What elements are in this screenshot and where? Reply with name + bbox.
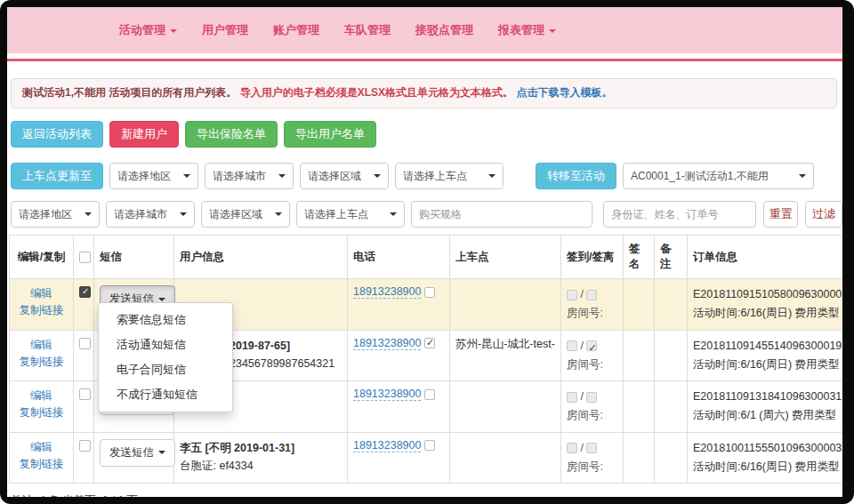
page: 活动管理 用户管理 账户管理 车队管理 接驳点管理 报表管理 测试活动1,不能用… [7,7,842,497]
pagination-summary: 总计: 4 条,当前页: 1 / 1 页 [11,493,842,497]
row-checkbox[interactable] [79,440,91,452]
filter-button[interactable]: 过滤 [805,201,842,228]
checkout-checkbox[interactable] [586,290,597,300]
header-edit-copy: 编辑/复制 [10,236,74,279]
remark-cell [655,279,688,331]
remark-cell [655,381,688,433]
copy-link[interactable]: 复制链接 [20,356,64,368]
select-all-checkbox[interactable] [79,252,91,263]
checkout-checkbox[interactable] [586,340,597,351]
new-user-button[interactable]: 新建用户 [109,121,179,148]
filter-pickup-select[interactable]: 请选择上车点 [296,201,405,228]
filter-region-select[interactable]: 请选择地区 [11,201,100,228]
download-template-link[interactable]: 点击下载导入模板。 [516,86,612,99]
checkout-checkbox[interactable] [586,392,597,403]
sms-menu-item-cancel-notice[interactable]: 不成行通知短信 [99,382,232,407]
order-number: E20181109145514096300019 [693,337,842,356]
checkin-checkbox[interactable] [567,290,577,300]
phone-link[interactable]: 18913238900 [353,337,421,350]
signature-cell [624,432,655,484]
checkin-checkbox[interactable] [567,340,577,351]
action-toolbar: 返回活动列表 新建用户 导出保险名单 导出用户名单 [11,121,842,148]
header-remark: 备注 [655,236,688,279]
room-number-label: 房间号: [567,458,617,476]
pickup-point-select[interactable]: 请选择上车点 [395,163,504,189]
checkin-checkbox[interactable] [567,392,577,403]
chevron-down-icon [488,174,495,178]
activity-select[interactable]: AC0001_1-测试活动1,不能用 [623,163,814,189]
nav-fleet-management[interactable]: 车队管理 [344,22,391,38]
reset-button[interactable]: 重置 [763,201,798,228]
transfer-to-activity-button[interactable]: 转移至活动 [536,163,616,189]
filter-city-select[interactable]: 请选择城市 [106,201,195,228]
edit-link[interactable]: 编辑 [30,389,52,402]
chevron-down-icon [170,29,177,33]
row-checkbox[interactable] [79,388,91,400]
row-checkbox[interactable] [79,338,91,349]
back-to-activity-list-button[interactable]: 返回活动列表 [11,121,103,148]
send-sms-dropdown-button[interactable]: 发送短信 [100,439,175,467]
phone-link[interactable]: 18913238900 [353,285,421,299]
sms-dropdown-menu: 索要信息短信 活动通知短信 电子合同短信 不成行通知短信 [98,302,233,412]
search-input[interactable] [603,201,756,228]
table-header-row: 编辑/复制 短信 用户信息 电话 上车点 签到/签离 签名 备注 订单信息 [10,236,843,279]
order-number: E20181109131841096300031 [693,388,842,406]
copy-link[interactable]: 复制链接 [20,304,64,316]
purchase-spec-input[interactable] [411,201,592,228]
chevron-down-icon [799,174,806,178]
header-order-info: 订单信息 [688,236,843,279]
remark-cell [655,330,688,381]
user-info-line1: 2019-87-65] [230,337,342,355]
signature-cell [624,330,655,381]
export-user-list-button[interactable]: 导出用户名单 [284,121,376,148]
nav-shuttle-point-management[interactable]: 接驳点管理 [415,22,473,38]
copy-link[interactable]: 复制链接 [20,458,64,470]
user-info-line1: 李五 [不明 2019-01-31] [180,439,342,457]
update-pickup-point-button[interactable]: 上车点更新至 [11,163,103,189]
nav-user-management[interactable]: 用户管理 [202,22,248,38]
signature-cell [624,279,655,331]
phone-checkbox[interactable] [424,440,435,451]
order-number: E2018110915105800963000025 [693,285,842,304]
user-info-line2: 台胞证: ef4334 [180,457,342,475]
chevron-down-icon [549,29,556,33]
nav-activity-management[interactable]: 活动管理 [119,22,177,38]
order-info: 活动时间:6/16(周日) 费用类型 [693,304,842,323]
copy-link[interactable]: 复制链接 [20,406,64,419]
edit-link[interactable]: 编辑 [30,339,52,351]
pickup-point-cell [450,432,561,484]
edit-link[interactable]: 编辑 [30,441,52,453]
sms-menu-item-activity-notice[interactable]: 活动通知短信 [99,332,232,357]
header-pickup-point: 上车点 [450,236,561,279]
checkin-checkbox[interactable] [567,443,577,453]
nav-account-management[interactable]: 账户管理 [273,22,319,38]
chevron-down-icon [275,212,282,216]
nav-report-management[interactable]: 报表管理 [498,22,556,38]
header-sign-in-out: 签到/签离 [561,236,624,279]
row-checkbox[interactable] [79,286,91,298]
navbar-accent-line [7,59,842,61]
phone-link[interactable]: 18913238900 [353,439,421,452]
chevron-down-icon [158,451,165,454]
phone-checkbox[interactable] [424,389,435,400]
export-insurance-list-button[interactable]: 导出保险名单 [185,121,278,148]
chevron-down-icon [374,174,381,178]
edit-link[interactable]: 编辑 [30,287,52,300]
sms-menu-item-request-info[interactable]: 索要信息短信 [99,308,232,332]
filter-bar: 请选择地区 请选择城市 请选择区域 请选择上车点 重置 过滤 [11,201,842,228]
notice-body-text: 导入用户的电子档必须是XLSX格式且单元格为文本格式。 [240,86,513,99]
region-select[interactable]: 请选择地区 [109,163,198,189]
district-select[interactable]: 请选择区域 [300,163,389,189]
city-select[interactable]: 请选择城市 [205,163,294,189]
header-signature: 签名 [624,236,655,279]
phone-link[interactable]: 18913238900 [353,388,421,401]
notice-bar: 测试活动1,不能用 活动项目的所有用户列表。 导入用户的电子档必须是XLSX格式… [11,78,837,108]
phone-checkbox[interactable] [424,287,435,298]
top-navbar: 活动管理 用户管理 账户管理 车队管理 接驳点管理 报表管理 [7,7,842,53]
filter-district-select[interactable]: 请选择区域 [201,201,290,228]
sms-menu-item-e-contract[interactable]: 电子合同短信 [99,357,232,382]
checkout-checkbox[interactable] [586,443,597,453]
screenshot-frame: 活动管理 用户管理 账户管理 车队管理 接驳点管理 报表管理 测试活动1,不能用… [0,0,854,504]
pickup-point-cell: 苏州-昆山-城北-test- [450,330,561,381]
phone-checkbox[interactable] [424,338,435,348]
